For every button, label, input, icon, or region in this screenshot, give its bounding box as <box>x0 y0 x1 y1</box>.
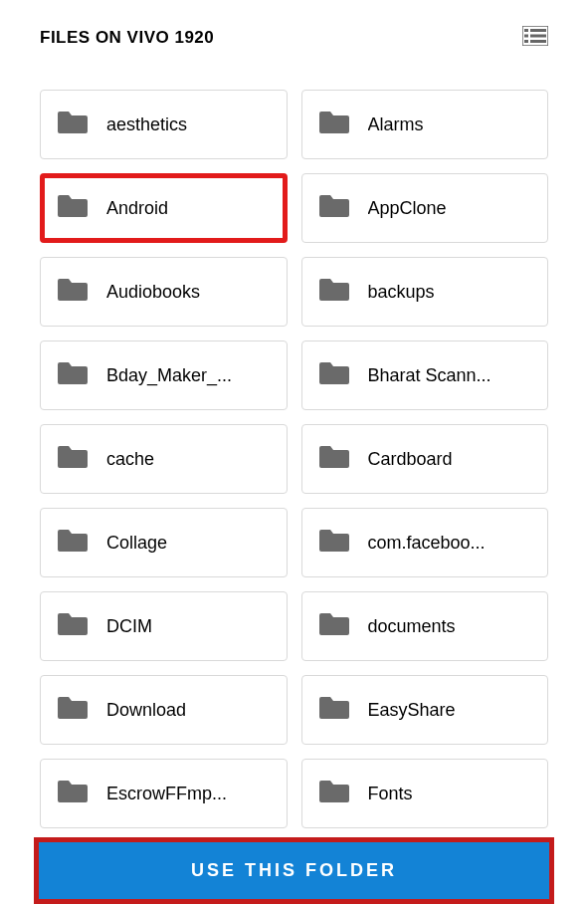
folder-icon <box>318 192 368 224</box>
folder-item[interactable]: Bday_Maker_... <box>40 340 288 410</box>
folder-icon <box>57 109 106 140</box>
folder-label: Audiobooks <box>106 282 200 303</box>
folder-icon <box>318 276 368 308</box>
folder-label: Collage <box>106 533 167 554</box>
folder-item[interactable]: AppClone <box>301 173 549 243</box>
folder-label: DCIM <box>106 616 152 637</box>
folder-label: EscrowFFmp... <box>106 784 227 804</box>
folder-label: Fonts <box>368 784 413 804</box>
folder-label: AppClone <box>368 198 447 219</box>
footer-highlight: USE THIS FOLDER <box>34 837 554 904</box>
folder-item[interactable]: Cardboard <box>301 424 549 494</box>
folder-icon <box>318 778 368 809</box>
folder-label: EasyShare <box>368 700 456 721</box>
folder-label: documents <box>368 616 456 637</box>
folder-item[interactable]: EscrowFFmp... <box>40 759 288 828</box>
folder-item[interactable]: Android <box>40 173 288 243</box>
svg-rect-1 <box>524 29 528 32</box>
folder-icon <box>57 778 106 809</box>
folder-item[interactable]: EasyShare <box>301 675 549 745</box>
folder-label: com.faceboo... <box>368 533 486 554</box>
folder-item[interactable]: backups <box>301 257 549 327</box>
folder-item[interactable]: Bharat Scann... <box>301 340 549 410</box>
folder-item[interactable]: Download <box>40 675 288 745</box>
folder-icon <box>318 694 368 726</box>
folder-icon <box>318 359 368 391</box>
folder-item[interactable]: DCIM <box>40 591 288 661</box>
folder-item[interactable]: Fonts <box>301 759 549 828</box>
folder-item[interactable]: aesthetics <box>40 90 288 159</box>
folder-grid: aestheticsAlarmsAndroidAppCloneAudiobook… <box>0 60 588 838</box>
folder-icon <box>318 527 368 559</box>
svg-rect-4 <box>530 35 546 38</box>
page-title: FILES ON VIVO 1920 <box>40 28 214 48</box>
folder-label: cache <box>106 449 154 470</box>
folder-label: Alarms <box>368 114 424 135</box>
folder-icon <box>57 443 106 475</box>
list-view-icon[interactable] <box>522 26 548 50</box>
folder-icon <box>57 276 106 308</box>
folder-label: Download <box>106 700 186 721</box>
folder-label: Bharat Scann... <box>368 365 491 386</box>
folder-item[interactable]: Audiobooks <box>40 257 288 327</box>
folder-icon <box>318 610 368 642</box>
folder-icon <box>57 610 106 642</box>
folder-item[interactable]: cache <box>40 424 288 494</box>
folder-icon <box>57 694 106 726</box>
svg-rect-3 <box>524 35 528 38</box>
folder-label: aesthetics <box>106 114 187 135</box>
folder-icon <box>57 359 106 391</box>
folder-label: Cardboard <box>368 449 453 470</box>
svg-rect-6 <box>530 40 546 43</box>
header-bar: FILES ON VIVO 1920 <box>0 0 588 60</box>
folder-item[interactable]: com.faceboo... <box>301 508 549 577</box>
folder-icon <box>57 527 106 559</box>
folder-label: Android <box>106 198 168 219</box>
folder-icon <box>318 443 368 475</box>
svg-rect-2 <box>530 29 546 32</box>
folder-icon <box>318 109 368 140</box>
folder-label: Bday_Maker_... <box>106 365 232 386</box>
folder-label: backups <box>368 282 435 303</box>
svg-rect-5 <box>524 40 528 43</box>
use-this-folder-button[interactable]: USE THIS FOLDER <box>39 842 549 899</box>
folder-item[interactable]: documents <box>301 591 549 661</box>
folder-item[interactable]: Alarms <box>301 90 549 159</box>
footer-container: USE THIS FOLDER <box>34 837 554 904</box>
folder-item[interactable]: Collage <box>40 508 288 577</box>
folder-icon <box>57 192 106 224</box>
